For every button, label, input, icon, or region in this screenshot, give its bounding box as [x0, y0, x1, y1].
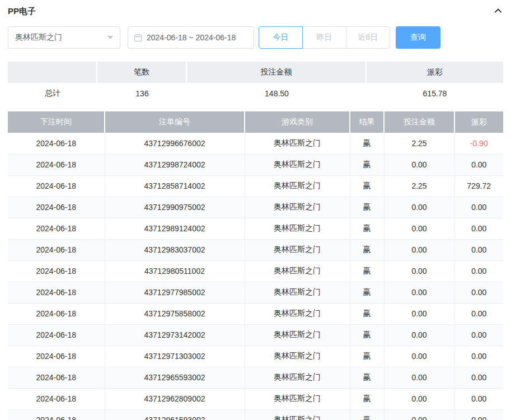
- cell-order-no: 43712965593002: [105, 367, 245, 388]
- cell-order-no: 43712961593002: [105, 409, 245, 420]
- cell-bet-amount: 0.00: [384, 388, 454, 409]
- cell-game-type: 奥林匹斯之门: [245, 133, 350, 154]
- cell-payout: 0.00: [454, 218, 503, 239]
- cell-bet-amount: 0.00: [384, 367, 454, 388]
- filter-bar: 奥林匹斯之门 2024-06-18 ~ 2024-06-18 今日 昨日 近8日…: [8, 26, 503, 49]
- table-header-row: 下注时间 注单编号 游戏类别 结果 投注金额 派彩: [8, 111, 503, 133]
- cell-bet-time: 2024-06-18: [8, 324, 105, 346]
- game-select-value: 奥林匹斯之门: [15, 32, 62, 43]
- cell-bet-amount: 0.00: [384, 324, 454, 346]
- summary-table: 笔数 投注金额 派彩 总计 136 148.50 615.78: [8, 62, 503, 104]
- summary-header-bet-amount: 投注金额: [187, 62, 367, 83]
- summary-header-count: 笔数: [97, 62, 187, 83]
- cell-payout: -0.90: [454, 133, 503, 154]
- cell-order-no: 43712962809002: [105, 388, 245, 409]
- cell-result: 赢: [350, 388, 384, 409]
- cell-bet-amount: 0.00: [384, 260, 454, 282]
- cell-order-no: 43712858714002: [105, 175, 245, 197]
- collapse-panel-button[interactable]: [493, 6, 503, 17]
- cell-payout: 0.00: [454, 324, 503, 346]
- table-row: 2024-06-1843712973142002奥林匹斯之门赢0.000.00: [8, 324, 503, 346]
- date-range-picker[interactable]: 2024-06-18 ~ 2024-06-18: [128, 26, 254, 49]
- cell-bet-time: 2024-06-18: [8, 409, 105, 420]
- cell-bet-amount: 0.00: [384, 409, 454, 420]
- cell-game-type: 奥林匹斯之门: [245, 239, 350, 260]
- col-header-bet-time: 下注时间: [8, 111, 105, 133]
- table-row: 2024-06-1843712965593002奥林匹斯之门赢0.000.00: [8, 367, 503, 388]
- quick-date-button-group: 今日 昨日 近8日: [259, 26, 390, 49]
- summary-header-row: 笔数 投注金额 派彩: [8, 62, 503, 83]
- table-row: 2024-06-1843712989124002奥林匹斯之门赢0.000.00: [8, 218, 503, 239]
- chevron-up-icon: [493, 6, 503, 17]
- table-row: 2024-06-1843712858714002奥林匹斯之门赢2.25729.7…: [8, 175, 503, 197]
- cell-order-no: 43712990975002: [105, 197, 245, 218]
- cell-result: 赢: [350, 324, 384, 346]
- table-row: 2024-06-1843712980511002奥林匹斯之门赢0.000.00: [8, 260, 503, 282]
- cell-bet-time: 2024-06-18: [8, 346, 105, 367]
- summary-header-empty: [8, 62, 97, 83]
- cell-bet-time: 2024-06-18: [8, 388, 105, 409]
- cell-order-no: 43712998724002: [105, 154, 245, 175]
- summary-header-payout: 派彩: [367, 62, 503, 83]
- cell-game-type: 奥林匹斯之门: [245, 303, 350, 324]
- cell-payout: 0.00: [454, 409, 503, 420]
- cell-bet-amount: 0.00: [384, 303, 454, 324]
- cell-order-no: 43712983037002: [105, 239, 245, 260]
- summary-total-row: 总计 136 148.50 615.78: [8, 83, 503, 104]
- summary-total-payout: 615.78: [367, 83, 503, 104]
- cell-bet-amount: 0.00: [384, 154, 454, 175]
- cell-bet-time: 2024-06-18: [8, 218, 105, 239]
- query-button[interactable]: 查询: [396, 26, 440, 49]
- date-range-value: 2024-06-18 ~ 2024-06-18: [147, 33, 236, 42]
- cell-game-type: 奥林匹斯之门: [245, 175, 350, 197]
- bet-records-table: 下注时间 注单编号 游戏类别 结果 投注金额 派彩 2024-06-184371…: [8, 111, 503, 420]
- cell-bet-amount: 0.00: [384, 346, 454, 367]
- cell-bet-time: 2024-06-18: [8, 154, 105, 175]
- cell-order-no: 43712989124002: [105, 218, 245, 239]
- cell-result: 赢: [350, 175, 384, 197]
- game-select[interactable]: 奥林匹斯之门: [8, 26, 120, 49]
- cell-bet-time: 2024-06-18: [8, 303, 105, 324]
- cell-result: 赢: [350, 154, 384, 175]
- col-header-game-type: 游戏类别: [245, 111, 350, 133]
- col-header-result: 结果: [350, 111, 384, 133]
- col-header-bet-amount: 投注金额: [384, 111, 454, 133]
- cell-payout: 0.00: [454, 303, 503, 324]
- table-row: 2024-06-1843712990975002奥林匹斯之门赢0.000.00: [8, 197, 503, 218]
- cell-payout: 0.00: [454, 282, 503, 303]
- cell-bet-time: 2024-06-18: [8, 197, 105, 218]
- col-header-payout: 派彩: [454, 111, 503, 133]
- cell-result: 赢: [350, 409, 384, 420]
- cell-game-type: 奥林匹斯之门: [245, 388, 350, 409]
- bet-table-body: 2024-06-1843712996676002奥林匹斯之门赢2.25-0.90…: [8, 133, 503, 420]
- cell-order-no: 43712996676002: [105, 133, 245, 154]
- cell-bet-amount: 2.25: [384, 133, 454, 154]
- cell-bet-amount: 0.00: [384, 282, 454, 303]
- cell-game-type: 奥林匹斯之门: [245, 154, 350, 175]
- cell-game-type: 奥林匹斯之门: [245, 282, 350, 303]
- cell-result: 赢: [350, 346, 384, 367]
- cell-payout: 0.00: [454, 154, 503, 175]
- table-row: 2024-06-1843712998724002奥林匹斯之门赢0.000.00: [8, 154, 503, 175]
- cell-result: 赢: [350, 367, 384, 388]
- cell-order-no: 43712973142002: [105, 324, 245, 346]
- cell-bet-time: 2024-06-18: [8, 367, 105, 388]
- cell-bet-time: 2024-06-18: [8, 133, 105, 154]
- page-title: PP电子: [8, 6, 36, 17]
- table-row: 2024-06-1843712962809002奥林匹斯之门赢0.000.00: [8, 388, 503, 409]
- cell-bet-amount: 2.25: [384, 175, 454, 197]
- cell-result: 赢: [350, 218, 384, 239]
- cell-result: 赢: [350, 282, 384, 303]
- cell-order-no: 43712977985002: [105, 282, 245, 303]
- cell-order-no: 43712980511002: [105, 260, 245, 282]
- chevron-down-icon: [107, 36, 113, 39]
- cell-bet-time: 2024-06-18: [8, 239, 105, 260]
- last-8-days-button[interactable]: 近8日: [346, 26, 390, 49]
- yesterday-button[interactable]: 昨日: [302, 26, 346, 49]
- cell-result: 赢: [350, 260, 384, 282]
- cell-payout: 0.00: [454, 367, 503, 388]
- cell-payout: 729.72: [454, 175, 503, 197]
- cell-bet-time: 2024-06-18: [8, 260, 105, 282]
- table-row: 2024-06-1843712961593002奥林匹斯之门赢0.000.00: [8, 409, 503, 420]
- today-button[interactable]: 今日: [259, 26, 303, 49]
